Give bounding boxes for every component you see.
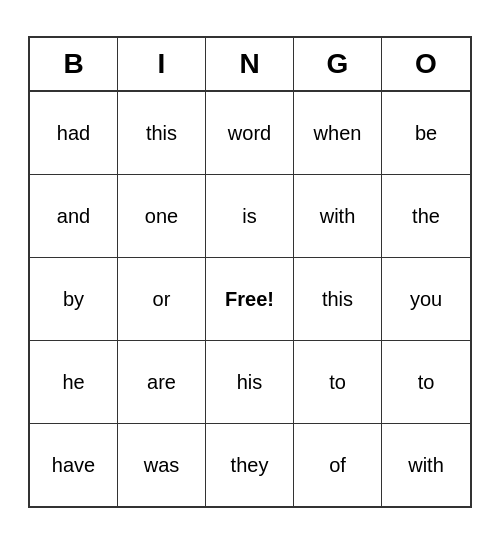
bingo-row-4: havewastheyofwith [30,424,470,506]
header-cell-I: I [118,38,206,90]
bingo-cell-0-2: word [206,92,294,174]
bingo-cell-1-0: and [30,175,118,257]
bingo-cell-3-4: to [382,341,470,423]
bingo-cell-3-3: to [294,341,382,423]
bingo-cell-2-2: Free! [206,258,294,340]
bingo-cell-0-0: had [30,92,118,174]
header-cell-G: G [294,38,382,90]
bingo-grid: hadthiswordwhenbeandoneiswiththebyorFree… [30,92,470,506]
bingo-cell-4-1: was [118,424,206,506]
bingo-row-2: byorFree!thisyou [30,258,470,341]
bingo-cell-2-4: you [382,258,470,340]
bingo-cell-3-1: are [118,341,206,423]
bingo-cell-4-4: with [382,424,470,506]
bingo-cell-2-3: this [294,258,382,340]
bingo-row-3: hearehistoto [30,341,470,424]
bingo-cell-0-4: be [382,92,470,174]
bingo-cell-3-2: his [206,341,294,423]
header-cell-B: B [30,38,118,90]
bingo-cell-4-0: have [30,424,118,506]
bingo-cell-1-4: the [382,175,470,257]
bingo-cell-3-0: he [30,341,118,423]
bingo-row-0: hadthiswordwhenbe [30,92,470,175]
header-cell-O: O [382,38,470,90]
bingo-cell-1-1: one [118,175,206,257]
bingo-cell-2-0: by [30,258,118,340]
bingo-cell-0-1: this [118,92,206,174]
bingo-cell-1-3: with [294,175,382,257]
bingo-cell-2-1: or [118,258,206,340]
bingo-cell-1-2: is [206,175,294,257]
bingo-card: BINGO hadthiswordwhenbeandoneiswiththeby… [28,36,472,508]
bingo-cell-4-3: of [294,424,382,506]
bingo-cell-4-2: they [206,424,294,506]
bingo-cell-0-3: when [294,92,382,174]
header-cell-N: N [206,38,294,90]
bingo-row-1: andoneiswiththe [30,175,470,258]
bingo-header: BINGO [30,38,470,92]
